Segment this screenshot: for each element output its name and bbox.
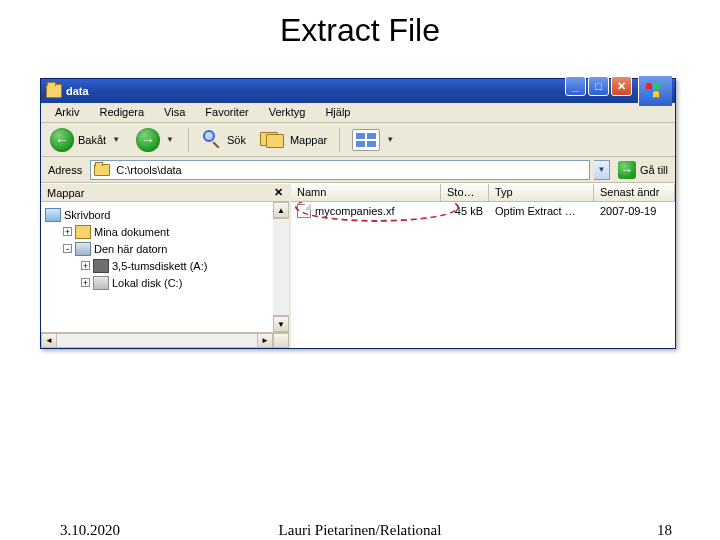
expand-icon[interactable]: + (63, 227, 72, 236)
scroll-track[interactable] (57, 333, 257, 348)
tree-item-label[interactable]: Lokal disk (C:) (112, 277, 182, 289)
go-arrow-icon: → (618, 161, 636, 179)
scroll-down-button[interactable]: ▼ (273, 316, 289, 332)
forward-arrow-icon: → (136, 128, 160, 152)
file-list[interactable]: mycompanies.xf 45 kB Optim Extract … 200… (291, 202, 675, 348)
menu-redigera[interactable]: Redigera (89, 103, 154, 123)
folders-pane-title: Mappar (47, 187, 84, 199)
forward-dropdown-icon[interactable]: ▼ (164, 135, 176, 144)
column-header-type[interactable]: Typ (489, 184, 594, 201)
folder-icon (46, 84, 62, 98)
scroll-grip (273, 333, 289, 348)
scroll-up-button[interactable]: ▲ (273, 202, 289, 218)
desktop-icon (45, 208, 61, 222)
explorer-window: data _ □ ✕ Arkiv Redigera Visa Favo (40, 78, 676, 349)
back-button[interactable]: ← Bakåt ▼ (44, 126, 128, 154)
mydocs-icon (75, 225, 91, 239)
maximize-button[interactable]: □ (588, 76, 609, 96)
back-label: Bakåt (78, 134, 106, 146)
file-type: Optim Extract … (489, 204, 594, 218)
address-label: Adress (44, 164, 86, 176)
file-date: 2007-09-19 (594, 204, 675, 218)
disk-icon (93, 276, 109, 290)
tree-item-label[interactable]: Den här datorn (94, 243, 167, 255)
file-list-pane: Namn Sto… Typ Senast ändr mycompanies.xf… (291, 184, 675, 348)
back-dropdown-icon[interactable]: ▼ (110, 135, 122, 144)
file-size: 45 kB (441, 204, 489, 218)
menu-favoriter[interactable]: Favoriter (195, 103, 258, 123)
expand-icon[interactable]: + (81, 278, 90, 287)
search-icon (201, 129, 223, 151)
tree-vertical-scrollbar[interactable]: ▲ ▼ (273, 202, 289, 332)
tree-horizontal-scrollbar[interactable]: ◄ ► (41, 332, 289, 348)
slide-title: Extract File (0, 12, 720, 49)
views-dropdown-icon[interactable]: ▼ (384, 135, 396, 144)
column-header-row: Namn Sto… Typ Senast ändr (291, 184, 675, 202)
folders-icon (260, 130, 286, 150)
window-title: data (66, 85, 89, 97)
tree-item-label[interactable]: Mina dokument (94, 226, 169, 238)
folders-pane: Mappar ✕ Skrivbord + Mina dokument (41, 184, 291, 348)
column-header-size[interactable]: Sto… (441, 184, 489, 201)
address-dropdown-button[interactable]: ▼ (594, 160, 610, 180)
folders-label: Mappar (290, 134, 327, 146)
folder-tree[interactable]: Skrivbord + Mina dokument - Den här dato… (41, 202, 273, 332)
file-row[interactable]: mycompanies.xf 45 kB Optim Extract … 200… (291, 202, 675, 219)
address-box[interactable] (90, 160, 590, 180)
folders-button[interactable]: Mappar (254, 126, 333, 154)
windows-logo-icon (638, 76, 672, 106)
search-button[interactable]: Sök (195, 126, 252, 154)
views-button[interactable]: ▼ (346, 126, 402, 154)
toolbar-separator (339, 128, 340, 152)
collapse-icon[interactable]: - (63, 244, 72, 253)
folders-pane-header: Mappar ✕ (41, 184, 289, 202)
titlebar[interactable]: data _ □ ✕ (41, 79, 675, 103)
tree-item-label[interactable]: 3,5-tumsdiskett (A:) (112, 260, 207, 272)
menu-hjalp[interactable]: Hjälp (315, 103, 360, 123)
expand-icon[interactable]: + (81, 261, 90, 270)
folders-pane-close-icon[interactable]: ✕ (274, 186, 283, 199)
scroll-track[interactable] (273, 218, 289, 316)
close-button[interactable]: ✕ (611, 76, 632, 96)
toolbar-separator (188, 128, 189, 152)
footer-page-number: 18 (657, 522, 672, 539)
menu-bar: Arkiv Redigera Visa Favoriter Verktyg Hj… (41, 103, 675, 123)
address-input[interactable] (114, 163, 586, 177)
computer-icon (75, 242, 91, 256)
column-header-date[interactable]: Senast ändr (594, 184, 675, 201)
scroll-left-button[interactable]: ◄ (41, 333, 57, 348)
search-label: Sök (227, 134, 246, 146)
minimize-button[interactable]: _ (565, 76, 586, 96)
column-header-name[interactable]: Namn (291, 184, 441, 201)
views-icon (352, 129, 380, 151)
file-name: mycompanies.xf (315, 205, 394, 217)
menu-visa[interactable]: Visa (154, 103, 195, 123)
menu-verktyg[interactable]: Verktyg (259, 103, 316, 123)
menu-arkiv[interactable]: Arkiv (45, 103, 89, 123)
tree-item-label[interactable]: Skrivbord (64, 209, 110, 221)
folder-icon (94, 164, 110, 176)
scroll-right-button[interactable]: ► (257, 333, 273, 348)
main-toolbar: ← Bakåt ▼ → ▼ Sök Mappar ▼ (41, 123, 675, 157)
forward-button[interactable]: → ▼ (130, 126, 182, 154)
back-arrow-icon: ← (50, 128, 74, 152)
address-toolbar: Adress ▼ → Gå till (41, 157, 675, 183)
file-icon (297, 204, 311, 218)
go-button[interactable]: → Gå till (614, 161, 672, 179)
footer-author: Lauri Pietarinen/Relational Consulting O… (0, 522, 720, 540)
go-label: Gå till (640, 164, 668, 176)
floppy-icon (93, 259, 109, 273)
